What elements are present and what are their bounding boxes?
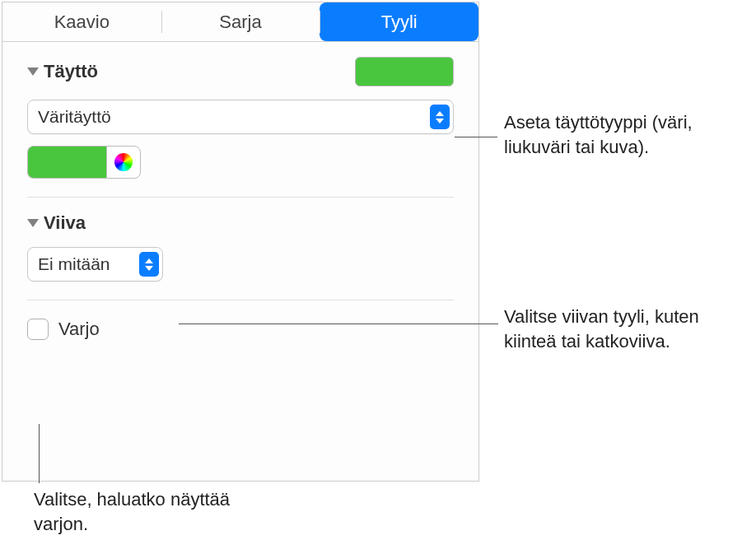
- tab-style[interactable]: Tyyli: [320, 2, 478, 41]
- callout-shadow-toggle: Valitse, haluatko näyttää varjon.: [34, 487, 281, 536]
- stroke-title: Viiva: [44, 212, 86, 234]
- fill-color-well[interactable]: [27, 146, 106, 179]
- style-inspector-panel: Kaavio Sarja Tyyli Täyttö Väritäyttö: [2, 2, 479, 482]
- color-wheel-icon: [114, 153, 133, 171]
- callout-line: [39, 424, 40, 483]
- inspector-tabbar: Kaavio Sarja Tyyli: [2, 2, 478, 42]
- chevron-down-icon: [27, 68, 39, 76]
- fill-disclosure-row[interactable]: Täyttö: [27, 61, 98, 82]
- color-picker-button[interactable]: [106, 146, 141, 179]
- tab-chart[interactable]: Kaavio: [2, 2, 161, 41]
- fill-type-popup[interactable]: Väritäyttö: [27, 100, 454, 134]
- fill-color-swatch[interactable]: [355, 57, 454, 86]
- fill-section: Täyttö Väritäyttö: [2, 42, 478, 198]
- fill-type-value: Väritäyttö: [38, 107, 111, 127]
- callout-stroke-style: Valitse viivan tyyli, kuten kiinteä tai …: [504, 305, 743, 353]
- fill-color-well-row: [27, 146, 454, 179]
- stroke-style-popup[interactable]: Ei mitään: [27, 247, 163, 282]
- callout-fill-type: Aseta täyttötyyppi (väri, liukuväri tai …: [504, 110, 743, 159]
- tab-series[interactable]: Sarja: [161, 2, 320, 41]
- stroke-section: Viiva Ei mitään: [2, 198, 478, 300]
- tab-chart-label: Kaavio: [54, 12, 110, 33]
- tab-series-label: Sarja: [219, 12, 261, 33]
- shadow-row: Varjo: [2, 300, 478, 340]
- shadow-label: Varjo: [58, 319, 100, 340]
- shadow-checkbox[interactable]: [27, 319, 49, 340]
- stroke-style-value: Ei mitään: [38, 254, 110, 274]
- stroke-section-header: Viiva: [27, 212, 454, 234]
- fill-title: Täyttö: [44, 61, 98, 82]
- callout-line: [179, 324, 498, 324]
- fill-section-header: Täyttö: [27, 57, 454, 86]
- popup-arrows-icon: [430, 105, 450, 129]
- popup-arrows-icon: [139, 252, 159, 277]
- callout-line: [455, 137, 497, 137]
- stroke-disclosure-row[interactable]: Viiva: [27, 212, 86, 234]
- chevron-down-icon: [27, 219, 39, 227]
- tab-style-label: Tyyli: [381, 12, 418, 33]
